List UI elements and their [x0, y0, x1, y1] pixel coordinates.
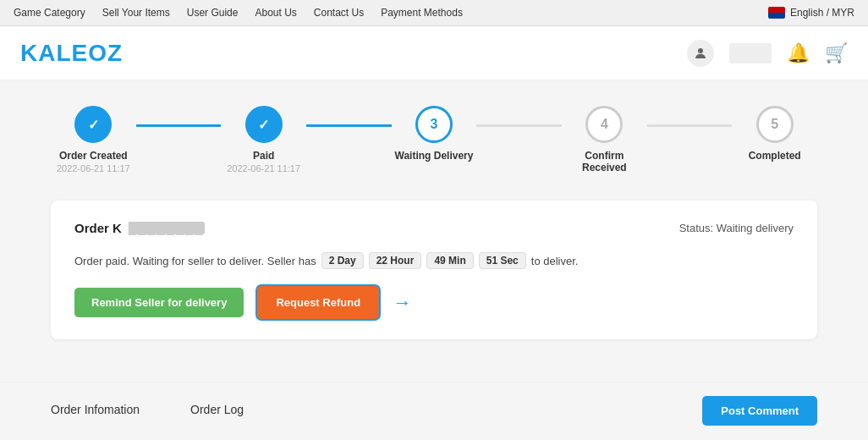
nav-payment-methods[interactable]: Payment Methods — [381, 7, 463, 19]
cart-icon[interactable]: 🛒 — [825, 42, 848, 64]
step-label-3: Waiting Delivery — [395, 150, 474, 162]
logo: KALEOZ — [20, 40, 123, 67]
nav-user-guide[interactable]: User Guide — [187, 7, 239, 19]
step-label-4: Confirm Received — [562, 150, 647, 173]
step-order-created: ✓ Order Created 2022-06-21 11:17 — [51, 106, 136, 173]
nav-sell-your-items[interactable]: Sell Your Items — [102, 7, 170, 19]
timer-suffix: to deliver. — [531, 255, 579, 267]
avatar-placeholder — [729, 43, 772, 63]
arrow-icon: ← — [393, 292, 411, 314]
connector-2 — [306, 124, 392, 127]
connector-3 — [476, 124, 562, 127]
connector-1 — [136, 124, 222, 127]
nav-contact-us[interactable]: Contact Us — [314, 7, 364, 19]
svg-point-0 — [698, 48, 703, 53]
timer-day: 2 Day — [321, 252, 364, 269]
top-nav: Game Category Sell Your Items User Guide… — [0, 0, 868, 26]
request-refund-button[interactable]: Request Refund — [257, 286, 379, 319]
step-circle-4: 4 — [585, 106, 623, 143]
step-circle-3: 3 — [415, 106, 453, 143]
step-label-5: Completed — [749, 150, 801, 162]
step-confirm-received: 4 Confirm Received — [562, 106, 647, 175]
order-id-prefix: Order K — [74, 221, 122, 235]
step-label-2: Paid — [253, 150, 274, 162]
order-message: Order paid. Waiting for seller to delive… — [74, 252, 794, 269]
timer-hour: 22 Hour — [369, 252, 422, 269]
remind-seller-button[interactable]: Remind Seller for delivery — [74, 288, 244, 317]
bottom-tabs: Order Infomation Order Log — [51, 403, 244, 420]
order-stepper: ✓ Order Created 2022-06-21 11:17 ✓ Paid … — [51, 106, 817, 175]
order-id: Order K ████████ — [74, 221, 205, 235]
step-completed: 5 Completed — [732, 106, 817, 163]
timer-min: 49 Min — [426, 252, 473, 269]
notification-icon[interactable]: 🔔 — [787, 42, 810, 64]
step-circle-5: 5 — [756, 106, 794, 143]
main-header: KALEOZ 🔔 🛒 — [0, 26, 868, 80]
user-avatar[interactable] — [687, 40, 714, 67]
top-nav-links: Game Category Sell Your Items User Guide… — [14, 7, 463, 19]
tab-order-log[interactable]: Order Log — [190, 403, 244, 420]
order-message-text: Order paid. Waiting for seller to delive… — [74, 255, 316, 267]
order-actions: Remind Seller for delivery Request Refun… — [74, 286, 794, 319]
step-label-1: Order Created — [59, 150, 128, 162]
step-waiting-delivery: 3 Waiting Delivery — [392, 106, 477, 163]
step-date-1: 2022-06-21 11:17 — [57, 163, 130, 173]
connector-4 — [647, 124, 733, 127]
step-circle-2: ✓ — [245, 106, 283, 143]
order-card: Order K ████████ Status: Waiting deliver… — [51, 201, 817, 339]
header-icons: 🔔 🛒 — [687, 40, 848, 67]
content-area: ✓ Order Created 2022-06-21 11:17 ✓ Paid … — [0, 80, 868, 382]
order-card-header: Order K ████████ Status: Waiting deliver… — [74, 221, 794, 235]
top-nav-right: English / MYR — [768, 7, 854, 19]
nav-game-category[interactable]: Game Category — [14, 7, 85, 19]
timer-sec: 51 Sec — [479, 252, 526, 269]
step-circle-1: ✓ — [74, 106, 112, 143]
order-id-blurred: ████████ — [129, 222, 205, 234]
step-date-2: 2022-06-21 11:17 — [227, 163, 300, 173]
flag-icon — [768, 7, 785, 19]
nav-about-us[interactable]: About Us — [255, 7, 296, 19]
order-status: Status: Waiting delivery — [679, 222, 794, 234]
tab-order-information[interactable]: Order Infomation — [51, 403, 140, 420]
bottom-section: Order Infomation Order Log Post Comment — [0, 382, 868, 439]
post-comment-button[interactable]: Post Comment — [702, 396, 817, 426]
language-selector[interactable]: English / MYR — [790, 7, 854, 19]
step-paid: ✓ Paid 2022-06-21 11:17 — [221, 106, 306, 173]
